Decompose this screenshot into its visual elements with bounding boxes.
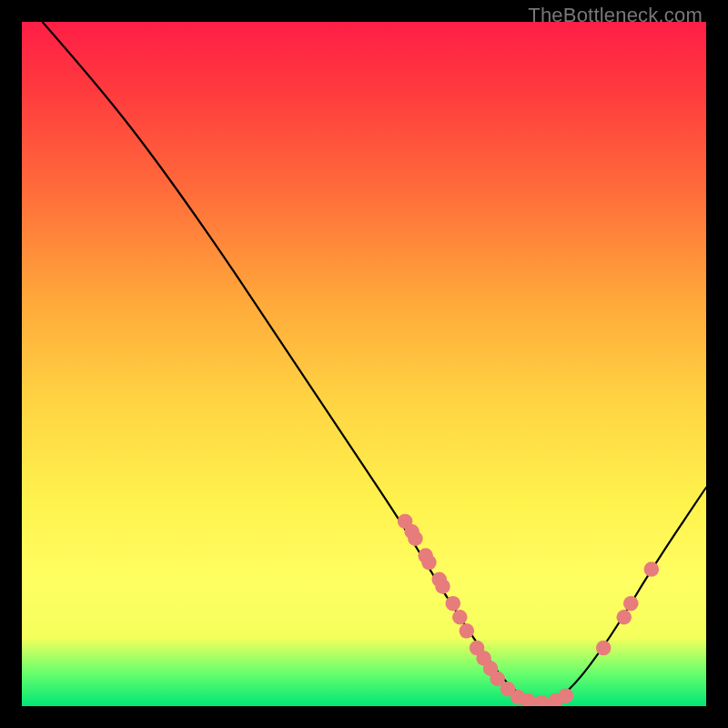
chart-marker (445, 596, 460, 612)
chart-marker (559, 688, 574, 703)
chart-marker (421, 555, 437, 571)
chart-marker (623, 596, 639, 612)
chart-marker (460, 623, 475, 639)
chart-curve (43, 22, 706, 703)
chart-marker (435, 579, 450, 594)
chart-marker (452, 610, 468, 625)
watermark-text: TheBottleneck.com (528, 4, 703, 27)
chart-marker (644, 561, 660, 577)
chart-svg (22, 22, 706, 706)
chart-marker (534, 695, 550, 706)
chart-marker (596, 641, 612, 656)
chart-marker (408, 531, 423, 546)
chart-marker (616, 610, 632, 625)
chart-plot-area (22, 22, 706, 706)
